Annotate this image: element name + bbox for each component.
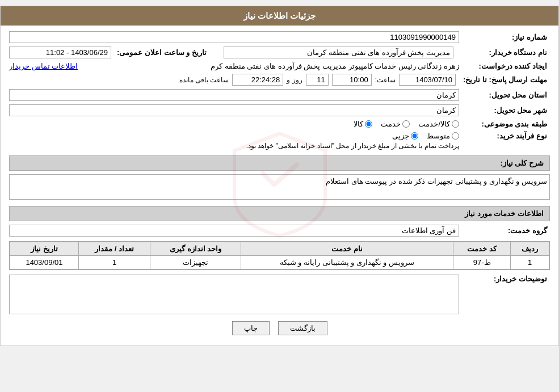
tabaqe-kala-khedmat-label: کالا/خدمت	[418, 120, 450, 128]
cell-tarikh: 1403/09/01	[10, 256, 79, 269]
ostan-label: استان محل تحویل:	[459, 91, 550, 99]
tabaqe-khedmat-label: خدمت	[381, 120, 401, 128]
ostan-row: استان محل تحویل: کرمان	[9, 89, 550, 101]
back-button[interactable]: بازگشت	[278, 321, 327, 335]
col-radif: ردیف	[511, 242, 549, 256]
noe-motavasset-label: متوسط	[427, 132, 450, 140]
tabaqe-row: طبقه بندی موضوعی: کالا/خدمت خدمت کالا	[9, 120, 550, 128]
cell-tedad: 1	[78, 256, 150, 269]
shahr-value: کرمان	[9, 104, 459, 116]
tozi-row: توضیحات خریدار:	[9, 275, 550, 314]
tabaqe-kala-label: کالا	[354, 120, 363, 128]
sharh-container	[9, 174, 550, 201]
ijad-konande-value: زهره زندگانی رئیس خدمات کامپیوتر مدیریت …	[81, 62, 459, 70]
noe-jozee-item: جزیی	[392, 132, 418, 140]
noe-farayand-label: نوع فرآیند خرید:	[459, 132, 550, 140]
services-table: ردیف کد خدمت نام خدمت واحد اندازه گیری ت…	[10, 242, 549, 269]
col-name: نام خدمت	[241, 242, 453, 256]
cell-radif: 1	[511, 256, 549, 269]
shahr-row: شهر محل تحویل: کرمان	[9, 104, 550, 116]
tarikh-value: 1403/06/29 - 11:02	[9, 47, 111, 58]
noe-description: پرداخت تمام یا بخشی از مبلغ خریدار از مح…	[9, 142, 459, 150]
shomara-niaz-value: 1103091990000149	[9, 31, 459, 43]
mohlet-rooz-label: روز و	[287, 76, 302, 84]
ijad-konande-label: ایجاد کننده درخواست:	[459, 62, 550, 70]
services-section-header: اطلاعات خدمات مورد نیاز	[9, 206, 550, 221]
mohlet-rooz: 11	[306, 74, 329, 86]
sharh-section-header: شرح کلی نیاز:	[9, 155, 550, 171]
noe-jozee-radio[interactable]	[411, 132, 418, 140]
col-vahed: واحد اندازه گیری	[150, 242, 241, 256]
tabaqe-kala-khedmat-item: کالا/خدمت	[418, 120, 459, 128]
tarikh-label: تاریخ و ساعت اعلان عمومی:	[117, 48, 209, 57]
tozi-label: توضیحات خریدار:	[459, 275, 550, 283]
col-tarikh: تاریخ نیاز	[10, 242, 79, 256]
col-tedad: تعداد / مقدار	[78, 242, 150, 256]
mohlet-date: 1403/07/10	[399, 74, 456, 86]
noe-farayand-row: نوع فرآیند خرید: متوسط جزیی پرداخت تمام …	[9, 132, 550, 150]
shahr-label: شهر محل تحویل:	[459, 106, 550, 115]
tabaqe-radio-group: کالا/خدمت خدمت کالا	[354, 120, 459, 128]
shomara-niaz-row: شماره نیاز: 1103091990000149	[9, 31, 550, 43]
noe-motavasset-item: متوسط	[427, 132, 459, 140]
mohlet-label: مهلت ارسال پاسخ: تا تاریخ:	[459, 75, 550, 84]
noe-radio-group: متوسط جزیی	[9, 132, 459, 140]
tozi-textarea[interactable]	[9, 275, 459, 314]
col-code: کد خدمت	[453, 242, 511, 256]
goroh-label: گروه خدمت:	[459, 226, 550, 235]
tabaqe-kala-item: کالا	[354, 120, 372, 128]
goroh-value: فن آوری اطلاعات	[9, 225, 459, 237]
table-row: 1 ط-97 سرویس و نگهداری و پشتیبانی رایانه…	[10, 256, 549, 269]
mohlet-remaining: 22:24:28	[232, 74, 283, 86]
cell-name: سرویس و نگهداری و پشتیبانی رایانه و شبکه	[241, 256, 453, 269]
buttons-row: بازگشت چاپ	[9, 321, 550, 335]
tabaqe-kala-radio[interactable]	[365, 120, 372, 128]
mohlet-remaining-label: ساعت باقی مانده	[179, 76, 229, 84]
tabaqe-khedmat-radio[interactable]	[402, 120, 410, 128]
content-area: شماره نیاز: 1103091990000149 نام دستگاه …	[1, 26, 558, 345]
cell-vahed: تجهیزات	[150, 256, 241, 269]
mohlet-time: 10:00	[332, 74, 372, 86]
mohlet-row: مهلت ارسال پاسخ: تا تاریخ: 1403/07/10 سا…	[9, 74, 550, 86]
tabaqe-label: طبقه بندی موضوعی:	[459, 120, 550, 128]
noe-farayand-content: متوسط جزیی پرداخت تمام یا بخشی از مبلغ خ…	[9, 132, 459, 150]
sharh-textarea[interactable]	[9, 174, 550, 200]
mohlet-time-label: ساعت:	[375, 76, 396, 84]
noe-motavasset-radio[interactable]	[452, 132, 459, 140]
tabaqe-kala-khedmat-radio[interactable]	[452, 120, 459, 128]
noe-jozee-label: جزیی	[392, 132, 409, 140]
services-table-container: ردیف کد خدمت نام خدمت واحد اندازه گیری ت…	[9, 241, 550, 270]
table-header-row: ردیف کد خدمت نام خدمت واحد اندازه گیری ت…	[10, 242, 549, 256]
ijad-link[interactable]: اطلاعات تماس خریدار	[9, 62, 78, 70]
ostan-value: کرمان	[9, 89, 459, 101]
nam-dastgah-row: نام دستگاه خریدار: مدیریت پخش فرآورده ها…	[9, 47, 550, 58]
cell-code: ط-97	[453, 256, 511, 269]
page-container: جزئیات اطلاعات نیاز شماره نیاز: 11030919…	[0, 6, 559, 346]
tabaqe-khedmat-item: خدمت	[381, 120, 410, 128]
print-button[interactable]: چاپ	[232, 321, 270, 335]
page-title: جزئیات اطلاعات نیاز	[1, 6, 558, 26]
goroh-row: گروه خدمت: فن آوری اطلاعات	[9, 225, 550, 237]
ijad-konande-row: ایجاد کننده درخواست: زهره زندگانی رئیس خ…	[9, 62, 550, 70]
nam-dastgah-value: مدیریت پخش فرآورده های نفتی منطقه کرمان	[224, 47, 453, 58]
shomara-niaz-label: شماره نیاز:	[459, 33, 550, 41]
nam-dastgah-label: نام دستگاه خریدار:	[459, 48, 550, 57]
